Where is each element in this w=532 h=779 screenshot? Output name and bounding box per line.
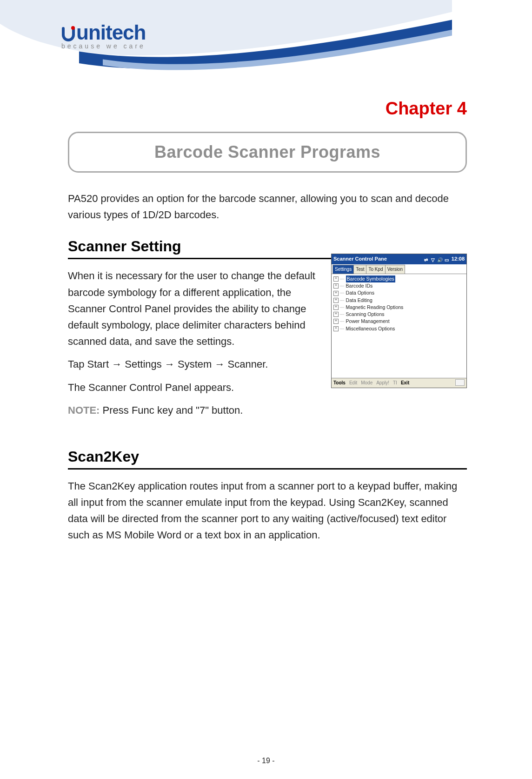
brand-logo: unitech because we care	[60, 21, 146, 50]
scp-tree: +·····Barcode Symbologies +·····Barcode …	[332, 274, 466, 378]
scp-tab-version[interactable]: Version	[385, 265, 405, 274]
expand-icon[interactable]: +	[333, 305, 339, 310]
tree-item[interactable]: +·····Scanning Options	[333, 311, 465, 318]
tree-item[interactable]: +·····Magnetic Reading Options	[333, 304, 465, 311]
svg-point-0	[71, 26, 75, 30]
expand-icon[interactable]: +	[333, 283, 339, 289]
scanner-control-panel-screenshot: Scanner Control Pane ⇄ ▽ 🔊 ▭ 12:08 Setti…	[331, 254, 467, 388]
expand-icon[interactable]: +	[333, 291, 339, 296]
keyboard-icon[interactable]	[455, 379, 465, 386]
logo-icon	[60, 26, 76, 41]
scp-tab-test[interactable]: Test	[353, 265, 366, 274]
menu-ti[interactable]: TI	[393, 379, 397, 387]
tree-item[interactable]: +·····Power Management	[333, 318, 465, 325]
expand-icon[interactable]: +	[333, 319, 339, 324]
scp-tab-settings[interactable]: Settings	[332, 265, 354, 274]
section2-body: The Scan2Key application routes input fr…	[68, 478, 467, 544]
menu-tools[interactable]: Tools	[333, 379, 346, 387]
section-heading-scan2key: Scan2Key	[68, 448, 467, 470]
tree-item[interactable]: +·····Barcode IDs	[333, 282, 465, 289]
menu-edit[interactable]: Edit	[349, 379, 357, 387]
page-content: Chapter 4 Barcode Scanner Programs PA520…	[68, 93, 467, 550]
brand-tagline: because we care	[61, 42, 146, 50]
note-text: Press Func key and "7" button.	[100, 404, 243, 416]
tree-item[interactable]: +·····Barcode Symbologies	[333, 275, 465, 282]
signal-icon: ▽	[430, 256, 436, 262]
volume-icon: 🔊	[437, 256, 443, 262]
battery-icon: ▭	[444, 256, 450, 262]
scp-titlebar: Scanner Control Pane ⇄ ▽ 🔊 ▭ 12:08	[332, 254, 466, 264]
intro-paragraph: PA520 provides an option for the barcode…	[68, 190, 467, 223]
expand-icon[interactable]: +	[333, 326, 339, 331]
page-number: - 19 -	[0, 757, 532, 765]
menu-mode[interactable]: Mode	[361, 379, 372, 387]
expand-icon[interactable]: +	[333, 312, 339, 317]
section1-body: Scanner Control Pane ⇄ ▽ 🔊 ▭ 12:08 Setti…	[68, 268, 467, 425]
tree-item[interactable]: +·····Data Editing	[333, 297, 465, 304]
connectivity-icon: ⇄	[423, 256, 429, 262]
expand-icon[interactable]: +	[333, 298, 339, 303]
chapter-heading: Chapter 4	[68, 99, 467, 119]
scp-tabs: Settings Test To Kpd Version	[332, 264, 466, 274]
tree-item[interactable]: +·····Miscellaneous Options	[333, 325, 465, 332]
note-label: NOTE:	[68, 404, 100, 416]
scp-clock: 12:08	[452, 255, 465, 263]
chapter-title-box: Barcode Scanner Programs	[68, 132, 467, 173]
brand-name-text: unitech	[76, 21, 146, 44]
brand-name: unitech	[60, 21, 146, 44]
expand-icon[interactable]: +	[333, 276, 339, 282]
section1-note: NOTE: Press Func key and "7" button.	[68, 402, 467, 418]
menu-apply[interactable]: Apply!	[376, 379, 389, 387]
menu-exit[interactable]: Exit	[401, 379, 409, 387]
scp-tab-tokpd[interactable]: To Kpd	[366, 265, 385, 274]
section2-p1: The Scan2Key application routes input fr…	[68, 478, 467, 544]
scp-window-title: Scanner Control Pane	[333, 255, 387, 263]
tree-item[interactable]: +·····Data Options	[333, 289, 465, 296]
scp-menubar: Tools Edit Mode Apply! TI Exit	[332, 378, 466, 388]
